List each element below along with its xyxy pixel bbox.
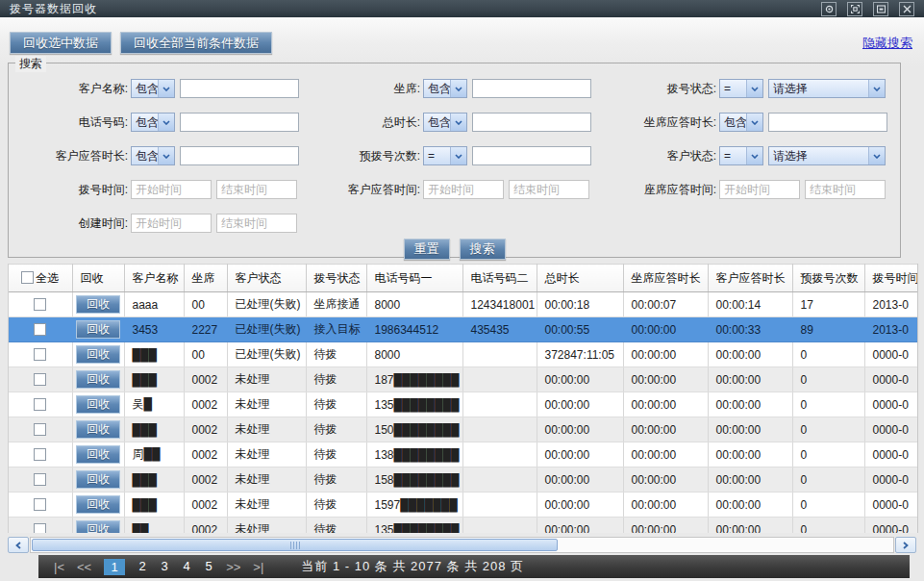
seat-answer-duration-input[interactable] — [768, 113, 887, 132]
customer-name-input[interactable] — [180, 79, 299, 98]
maximize-icon[interactable] — [847, 2, 862, 16]
column-header: 全选 — [9, 265, 72, 292]
cell-phone2 — [462, 442, 537, 467]
cell-predial-count: 0 — [792, 417, 864, 442]
row-checkbox[interactable] — [34, 448, 46, 461]
cell-seat-answer: 00:00:00 — [623, 367, 708, 392]
record-icon[interactable] — [821, 2, 837, 16]
recover-row-button[interactable]: 回收 — [76, 345, 120, 364]
cell-seat: 0002 — [184, 417, 227, 442]
search-button[interactable]: 搜索 — [460, 239, 506, 260]
row-checkbox[interactable] — [34, 423, 46, 436]
cell-total-duration: 00:00:00 — [537, 367, 623, 392]
dial-time-end-input[interactable] — [216, 180, 297, 199]
table-row[interactable]: 回收███0002未处理待拨150████████00:00:0000:00:0… — [9, 417, 918, 442]
hide-search-link[interactable]: 隐藏搜索 — [862, 35, 912, 52]
table-row[interactable]: 回收███0002未处理待拨187████████00:00:0000:00:0… — [9, 367, 918, 392]
recover-row-button[interactable]: 回收 — [76, 470, 120, 489]
last-page-button[interactable]: >| — [253, 560, 263, 574]
row-checkbox[interactable] — [34, 398, 46, 411]
dial-status-op-select[interactable]: = — [719, 79, 763, 98]
cell-phone1: 8000 — [366, 342, 462, 367]
table-row[interactable]: 回收周██0002未处理待拨138████████00:00:0000:00:0… — [9, 442, 918, 467]
results-table: 全选回收客户名称坐席客户状态拨号状态电话号码一电话号码二总时长坐席应答时长客户应… — [8, 264, 918, 533]
scroll-left-icon[interactable] — [8, 537, 29, 553]
customer-answer-time-start-input[interactable] — [423, 180, 504, 199]
row-checkbox[interactable] — [34, 473, 46, 486]
recover-row-button[interactable]: 回收 — [76, 370, 120, 389]
recover-row-button[interactable]: 回收 — [76, 445, 120, 464]
cell-predial-count: 0 — [792, 392, 864, 417]
seat-answer-time-end-input[interactable] — [805, 180, 886, 199]
cell-phone1: 150████████ — [366, 417, 462, 442]
cell-phone1: 8000 — [366, 292, 462, 317]
page-button[interactable]: 2 — [137, 559, 147, 575]
customer-answer-duration-op-select[interactable]: 包含 — [131, 146, 175, 165]
predial-count-input[interactable] — [472, 146, 591, 165]
next-page-button[interactable]: >> — [226, 560, 240, 574]
cell-total-duration: 00:00:00 — [537, 493, 623, 518]
recover-row-button[interactable]: 回收 — [76, 520, 120, 533]
seat-op-select[interactable]: 包含 — [423, 79, 467, 98]
cell-predial-count: 0 — [792, 518, 864, 534]
close-icon[interactable] — [899, 2, 914, 16]
reset-button[interactable]: 重置 — [404, 239, 450, 260]
table-row[interactable]: 回收███0002未处理待拨1597███████00:00:0000:00:0… — [9, 493, 918, 518]
recover-row-button[interactable]: 回收 — [76, 495, 120, 514]
predial-count-op-select[interactable]: = — [423, 146, 467, 165]
table-row[interactable]: 回收██0002未处理待拨135████████00:00:0000:00:00… — [9, 518, 918, 534]
row-checkbox[interactable] — [34, 323, 46, 336]
create-time-start-input[interactable] — [131, 214, 212, 233]
recover-row-button[interactable]: 回收 — [76, 420, 120, 439]
cell-name: 3453 — [124, 317, 184, 342]
cell-dial-status: 待拨 — [306, 392, 366, 417]
customer-status-select[interactable]: 请选择 — [768, 146, 886, 165]
table-row[interactable]: 回收34532227已处理(失败)接入目标198634451243543500:… — [9, 317, 918, 342]
total-duration-op-select[interactable]: 包含 — [423, 113, 467, 132]
first-page-button[interactable]: |< — [54, 560, 64, 574]
cell-select — [9, 367, 72, 392]
table-row[interactable]: 回收███00已处理(失败)待拨8000372847:11:0500:00:00… — [9, 342, 918, 367]
page-button[interactable]: 3 — [160, 559, 169, 575]
cell-phone2 — [462, 417, 537, 442]
table-row[interactable]: 回收吴█0002未处理待拨135████████00:00:0000:00:00… — [9, 392, 918, 417]
prev-page-button[interactable]: << — [77, 560, 91, 574]
customer-answer-duration-input[interactable] — [180, 146, 299, 165]
cell-dial-time: 0000-0 — [864, 342, 918, 367]
select-all-checkbox[interactable] — [21, 271, 34, 284]
scrollbar-thumb[interactable] — [32, 539, 558, 551]
seat-answer-duration-op-select[interactable]: 包含 — [719, 113, 763, 132]
row-checkbox[interactable] — [34, 498, 46, 511]
cell-customer-answer: 00:00:00 — [708, 417, 792, 442]
recover-selected-button[interactable]: 回收选中数据 — [10, 32, 112, 54]
phone-number-op-select[interactable]: 包含 — [131, 113, 175, 132]
scroll-right-icon[interactable] — [895, 537, 916, 553]
row-checkbox[interactable] — [34, 523, 46, 534]
create-time-end-input[interactable] — [216, 214, 297, 233]
customer-name-op-select[interactable]: 包含 — [131, 79, 175, 98]
seat-input[interactable] — [472, 79, 591, 98]
dial-status-select[interactable]: 请选择 — [768, 79, 886, 98]
row-checkbox[interactable] — [34, 373, 46, 386]
page-button[interactable]: 1 — [104, 559, 125, 575]
customer-answer-time-end-input[interactable] — [509, 180, 589, 199]
pagination-info: 当前 1 - 10 条 共 2077 条 共 208 页 — [301, 558, 524, 575]
phone-number-input[interactable] — [180, 113, 299, 132]
recover-all-button[interactable]: 回收全部当前条件数据 — [120, 32, 272, 54]
row-checkbox[interactable] — [34, 298, 46, 311]
customer-status-op-select[interactable]: = — [719, 146, 763, 165]
page-button[interactable]: 5 — [204, 559, 213, 575]
table-row[interactable]: 回收aaaa00已处理(失败)坐席接通8000124341800100:00:1… — [9, 292, 918, 317]
total-duration-input[interactable] — [472, 113, 591, 132]
recover-row-button[interactable]: 回收 — [76, 295, 120, 314]
row-checkbox[interactable] — [34, 348, 46, 361]
recover-row-button[interactable]: 回收 — [76, 395, 120, 414]
dial-time-start-input[interactable] — [131, 180, 212, 199]
page-button[interactable]: 4 — [182, 559, 191, 575]
table-row[interactable]: 回收███0002未处理待拨158████████00:00:0000:00:0… — [9, 467, 918, 493]
seat-answer-time-start-input[interactable] — [719, 180, 800, 199]
restore-icon[interactable] — [873, 2, 888, 16]
recover-row-button[interactable]: 回收 — [76, 320, 120, 339]
cell-seat: 0002 — [184, 442, 227, 467]
scrollbar-track[interactable] — [30, 537, 894, 553]
